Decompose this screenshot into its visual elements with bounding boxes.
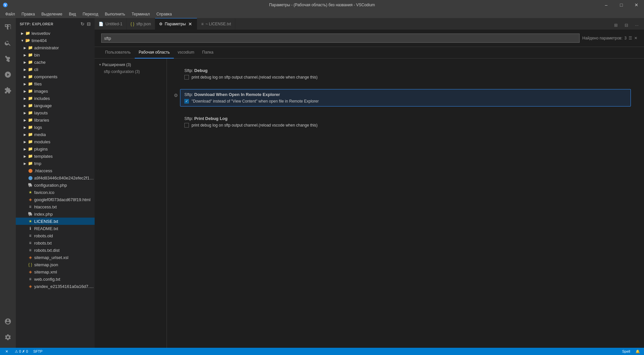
- settings-tab-user[interactable]: Пользователь: [101, 47, 135, 59]
- chevron-right-icon: ▶: [22, 52, 28, 58]
- chevron-right-icon: ▶: [22, 139, 28, 144]
- settings-group-header-extensions[interactable]: ▼ Расширения (3): [95, 62, 167, 68]
- sidebar-item-files[interactable]: ▶ 📁 files: [16, 80, 95, 87]
- sidebar-item-configuration[interactable]: 🐘 configuration.php: [16, 181, 95, 189]
- tab-bar: 📄 Untitled-1 { } sftp.json ⚙ Параметры ✕…: [95, 18, 644, 30]
- sidebar-item-layouts[interactable]: ▶ 📁 layouts: [16, 109, 95, 116]
- tab-close-button[interactable]: ✕: [188, 21, 193, 27]
- spacer: [22, 240, 28, 246]
- chevron-right-icon: ▶: [22, 146, 28, 152]
- menu-edit[interactable]: Правка: [19, 11, 38, 17]
- sidebar-item-administrator[interactable]: ▶ 📁 administrator: [16, 44, 95, 51]
- sidebar-item-bin[interactable]: ▶ 📁 bin: [16, 51, 95, 59]
- status-sftp[interactable]: SFTP: [32, 349, 44, 353]
- settings-tab-workspace[interactable]: Рабочая область: [135, 47, 174, 59]
- sidebar-item-logs[interactable]: ▶ 📁 logs: [16, 124, 95, 131]
- sidebar-item-includes[interactable]: ▶ 📁 includes: [16, 95, 95, 102]
- sidebar-item-libraries[interactable]: ▶ 📁 libraries: [16, 116, 95, 124]
- sidebar-item-components[interactable]: ▶ 📁 components: [16, 73, 95, 80]
- menu-run[interactable]: Выполнить: [102, 11, 128, 17]
- chevron-right-icon: ▶: [22, 59, 28, 65]
- activity-settings[interactable]: [0, 329, 16, 345]
- refresh-icon[interactable]: ↻: [80, 21, 85, 27]
- settings-clear-icon[interactable]: ✕: [634, 36, 637, 40]
- sidebar-item-webconfig[interactable]: ≡ web.config.txt: [16, 275, 95, 283]
- settings-debug-checkbox[interactable]: [184, 75, 189, 80]
- status-errors[interactable]: ⚠ 0 ✗ 0: [13, 349, 29, 354]
- settings-download-checkbox[interactable]: [184, 99, 189, 104]
- sidebar-item-levsvetlov[interactable]: ▶ 📁 levsvetlov: [16, 30, 95, 37]
- sidebar-item-tmp[interactable]: ▶ 📁 tmp: [16, 160, 95, 167]
- menu-go[interactable]: Переход: [80, 11, 101, 17]
- collapse-icon[interactable]: ⊟: [87, 21, 91, 27]
- settings-printdebug-checkbox[interactable]: [184, 123, 189, 128]
- activity-explorer[interactable]: [0, 19, 16, 35]
- tab-sftp[interactable]: { } sftp.json: [126, 18, 155, 30]
- sidebar-item-sitemapjson[interactable]: { } sitemap.json: [16, 261, 95, 268]
- folder-icon: 📁: [28, 81, 33, 86]
- settings-group-item-sftp[interactable]: sftp configuration (3): [95, 68, 167, 76]
- activity-extensions[interactable]: [0, 83, 16, 98]
- sidebar-item-google[interactable]: ◈ googlef0f073dacd678f19.html: [16, 196, 95, 203]
- txt-icon: ≡: [28, 276, 33, 282]
- sidebar-item-templates[interactable]: ▶ 📁 templates: [16, 153, 95, 160]
- sidebar-item-readme[interactable]: ℹ README.txt: [16, 225, 95, 232]
- settings-printdebug-label: print debug log on sftp output channel.(…: [192, 123, 318, 128]
- spacer: [22, 269, 28, 274]
- settings-panel: Найдено параметров: 3 ☰ ✕ Пользователь Р…: [95, 30, 644, 348]
- sidebar-item-robotstxt[interactable]: ≡ robots.txt: [16, 239, 95, 247]
- sidebar-item-sitemapxml[interactable]: ◈ sitemap.xml: [16, 268, 95, 275]
- sidebar-item-license[interactable]: ★ LICENSE.txt: [16, 218, 95, 225]
- close-button[interactable]: ✕: [629, 0, 644, 10]
- menu-file[interactable]: Файл: [3, 11, 18, 17]
- split-editor-icon[interactable]: ⊞: [611, 20, 620, 30]
- sidebar-item-indexphp[interactable]: 🐘 index.php: [16, 210, 95, 218]
- settings-found-count: Найдено параметров: 3 ☰ ✕: [582, 36, 637, 40]
- readme-icon: ℹ: [28, 226, 33, 231]
- spacer: [22, 262, 28, 267]
- sidebar-item-plugins[interactable]: ▶ 📁 plugins: [16, 145, 95, 153]
- minimize-button[interactable]: –: [599, 0, 614, 10]
- sidebar-item-robotsdist[interactable]: ≡ robots.txt.dist: [16, 247, 95, 254]
- sidebar-item-sitemap-xsl[interactable]: ◈ sitemap_urlset.xsl: [16, 254, 95, 261]
- sidebar-item-images[interactable]: ▶ 📁 images: [16, 87, 95, 95]
- sidebar-item-modules[interactable]: ▶ 📁 modules: [16, 138, 95, 145]
- menu-selection[interactable]: Выделение: [39, 11, 65, 17]
- settings-tab-folder[interactable]: Папка: [198, 47, 217, 59]
- status-vsc-icon[interactable]: ✕: [3, 349, 11, 354]
- sidebar-item-media[interactable]: ▶ 📁 media: [16, 131, 95, 138]
- more-actions-icon[interactable]: ···: [632, 20, 641, 30]
- tab-license[interactable]: ≡ ~ LICENSE.txt: [197, 18, 235, 30]
- sidebar-item-language[interactable]: ▶ 📁 language: [16, 102, 95, 109]
- settings-gear-icon[interactable]: ⚙: [172, 92, 179, 99]
- settings-filter-icon[interactable]: ☰: [629, 36, 632, 40]
- activity-search[interactable]: [0, 35, 16, 51]
- sidebar-item-cli[interactable]: ▶ 📁 cli: [16, 66, 95, 73]
- sidebar-item-htaccesstxt[interactable]: ≡ htaccess.txt: [16, 203, 95, 210]
- activity-scm[interactable]: [0, 51, 16, 67]
- spacer: [22, 182, 28, 188]
- htaccess-icon: ⬤: [28, 168, 33, 173]
- sidebar-item-htaccess[interactable]: ⬤ .htaccess: [16, 167, 95, 174]
- sidebar-item-favicon[interactable]: ★ favicon.ico: [16, 189, 95, 196]
- sidebar-title: SFTP: EXPLORER: [20, 22, 53, 26]
- menu-terminal[interactable]: Терминал: [129, 11, 152, 17]
- settings-tab-vscodium[interactable]: vscodium: [174, 47, 198, 59]
- status-bell[interactable]: 🔔: [634, 349, 641, 354]
- status-spell[interactable]: Spell: [621, 349, 632, 353]
- tab-params[interactable]: ⚙ Параметры ✕: [155, 18, 197, 30]
- tab-untitled[interactable]: 📄 Untitled-1: [95, 18, 126, 30]
- folder-icon: 📁: [28, 154, 33, 159]
- menu-view[interactable]: Вид: [66, 11, 79, 17]
- sidebar-item-cache[interactable]: ▶ 📁 cache: [16, 59, 95, 66]
- activity-run[interactable]: [0, 67, 16, 83]
- layout-icon[interactable]: ⊟: [622, 20, 631, 30]
- activity-account[interactable]: [0, 314, 16, 329]
- sidebar-item-time404[interactable]: ▼ 📂 time404: [16, 37, 95, 44]
- sidebar-item-robotsold[interactable]: ≡ robots.old: [16, 232, 95, 239]
- menu-help[interactable]: Справка: [154, 11, 174, 17]
- maximize-button[interactable]: □: [614, 0, 629, 10]
- sidebar-item-yandex[interactable]: ◈ yandex_e21354161a0a16d7.html: [16, 283, 95, 290]
- sidebar-item-hash1[interactable]: ⬤ a9f4d83446c840e242efec2f17ea...: [16, 174, 95, 181]
- settings-search-input[interactable]: [101, 34, 580, 43]
